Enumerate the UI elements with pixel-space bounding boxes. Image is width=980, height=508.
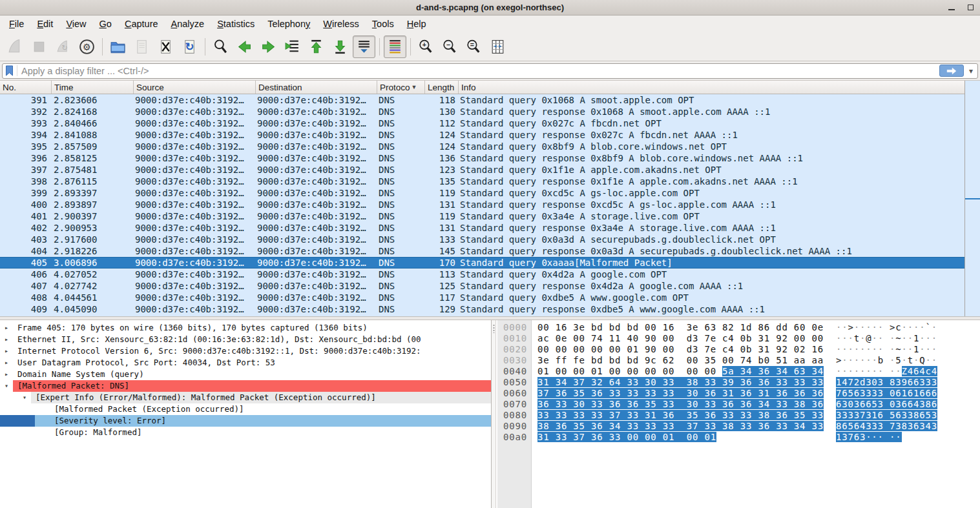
menu-analyze[interactable]: Analyze [165, 17, 211, 32]
display-filter-input[interactable]: Apply a display filter ... <Ctrl-/> ▾ [2, 63, 978, 79]
detail-row[interactable]: ▸Frame 405: 170 bytes on wire (1360 bits… [0, 322, 491, 334]
menu-file[interactable]: File [3, 17, 30, 32]
expand-arrow-icon[interactable]: ▸ [5, 357, 8, 369]
packet-row[interactable]: 4012.9003979000:d37e:c40b:3192…9000:d37e… [0, 210, 964, 222]
column-header-protoco[interactable]: Protoco▼ [377, 81, 425, 94]
column-header-destination[interactable]: Destination [256, 81, 377, 94]
open-file-button[interactable] [107, 36, 129, 58]
column-header-length[interactable]: Length [425, 81, 459, 94]
column-header-source[interactable]: Source [134, 81, 256, 94]
capture-options-button[interactable]: ⚙ [76, 36, 98, 58]
expand-arrow-icon[interactable]: ▸ [5, 369, 8, 380]
column-header-info[interactable]: Info [459, 81, 964, 94]
expand-arrow-icon[interactable]: ▸ [5, 345, 8, 357]
zoom-out-button[interactable]: − [439, 36, 461, 58]
packet-row-selected[interactable]: 4053.0068969000:d37e:c40b:3192…9000:d37e… [0, 257, 964, 269]
hex-ascii: 13763··· ·· [836, 432, 902, 443]
detail-row[interactable]: [Severity level: Error] [0, 415, 491, 427]
cell-source: 9000:d37e:c40b:3192… [134, 258, 256, 268]
hex-row[interactable]: 0010ac 0e 00 74 11 40 90 00 d3 7e c4 0b … [496, 333, 980, 344]
hex-row[interactable]: 006037 36 35 36 33 33 33 33 30 36 31 36 … [496, 388, 980, 399]
cell-time: 2.893397 [52, 187, 134, 199]
hex-row[interactable]: 009038 36 35 36 34 33 33 33 37 33 38 33 … [496, 421, 980, 432]
colorize-button[interactable] [384, 36, 406, 58]
hex-row[interactable]: 00303e ff fe bd bd bd 9c 62 00 35 00 74 … [496, 355, 980, 366]
packet-row[interactable]: 4084.0445619000:d37e:c40b:3192…9000:d37e… [0, 292, 964, 303]
cell-source: 9000:d37e:c40b:3192… [134, 210, 256, 222]
menu-capture[interactable]: Capture [118, 17, 165, 32]
hex-row[interactable]: 005031 34 37 32 64 33 30 33 38 33 39 36 … [496, 377, 980, 388]
packet-row[interactable]: 4022.9009539000:d37e:c40b:3192…9000:d37e… [0, 222, 964, 234]
packet-row[interactable]: 4074.0277429000:d37e:c40b:3192…9000:d37e… [0, 280, 964, 292]
hex-row[interactable]: 00a031 33 37 36 33 00 00 01 00 0113763··… [496, 432, 980, 443]
cell-no: 400 [0, 199, 52, 210]
menu-wireless[interactable]: Wireless [317, 17, 366, 32]
detail-row[interactable]: ▾[Malformed Packet: DNS] [0, 380, 491, 392]
filter-dropdown-caret-icon[interactable]: ▾ [969, 66, 974, 76]
packet-row[interactable]: 3972.8754819000:d37e:c40b:3192…9000:d37e… [0, 164, 964, 176]
packet-row[interactable]: 3912.8236069000:d37e:c40b:3192…9000:d37e… [0, 94, 964, 106]
menu-tools[interactable]: Tools [366, 17, 401, 32]
packet-row[interactable]: 3942.8410889000:d37e:c40b:3192…9000:d37e… [0, 129, 964, 141]
detail-row[interactable]: ▸Domain Name System (query) [0, 369, 491, 380]
detail-row[interactable]: ▾[Expert Info (Error/Malformed): Malform… [0, 392, 491, 403]
packet-row[interactable]: 4094.0450909000:d37e:c40b:3192…9000:d37e… [0, 303, 964, 315]
apply-filter-button[interactable] [939, 65, 964, 77]
packet-row[interactable]: 4042.9182269000:d37e:c40b:3192…9000:d37e… [0, 245, 964, 257]
close-file-button[interactable] [154, 36, 177, 58]
go-back-button[interactable] [233, 36, 256, 58]
go-first-packet-button[interactable] [305, 36, 328, 58]
hex-row[interactable]: 000000 16 3e bd bd bd 00 16 3e 63 82 1d … [496, 322, 980, 333]
cell-time: 2.858125 [52, 152, 134, 164]
go-last-packet-button[interactable] [329, 36, 351, 58]
hex-row[interactable]: 004001 00 00 01 00 00 00 00 00 00 5a 34 … [496, 366, 980, 377]
detail-row[interactable]: ▸Internet Protocol Version 6, Src: 9000:… [0, 345, 491, 357]
hex-row[interactable]: 008033 33 33 33 37 33 31 36 35 36 33 33 … [496, 410, 980, 421]
go-to-packet-button[interactable] [281, 36, 304, 58]
packet-row[interactable]: 3962.8581259000:d37e:c40b:3192…9000:d37e… [0, 152, 964, 164]
hex-offset: 0060 [496, 388, 532, 399]
column-header-no[interactable]: No. [0, 81, 52, 94]
packet-row[interactable]: 3952.8575099000:d37e:c40b:3192…9000:d37e… [0, 141, 964, 152]
packet-row[interactable]: 3992.8933979000:d37e:c40b:3192…9000:d37e… [0, 187, 964, 199]
detail-row[interactable]: [Group: Malformed] [0, 427, 491, 438]
collapse-arrow-icon[interactable]: ▾ [23, 392, 26, 403]
packet-row[interactable]: 4032.9176009000:d37e:c40b:3192…9000:d37e… [0, 234, 964, 245]
bookmark-icon[interactable] [5, 65, 17, 76]
menu-help[interactable]: Help [401, 17, 433, 32]
cell-protocol: DNS [377, 187, 425, 199]
packet-row[interactable]: 3982.8761159000:d37e:c40b:3192…9000:d37e… [0, 176, 964, 187]
detail-row[interactable]: [Malformed Packet (Exception occurred)] [0, 403, 491, 415]
zoom-in-button[interactable]: + [415, 36, 437, 58]
cell-info: Standard query 0x4d2a A google.com OPT [459, 269, 964, 280]
detail-row[interactable]: ▸User Datagram Protocol, Src Port: 40034… [0, 357, 491, 369]
packet-row[interactable]: 3922.8241689000:d37e:c40b:3192…9000:d37e… [0, 106, 964, 117]
save-file-button [130, 36, 153, 58]
column-header-time[interactable]: Time [52, 81, 134, 94]
maximize-button[interactable] [968, 5, 974, 10]
vertical-splitter[interactable] [491, 320, 496, 508]
packet-list-area: No.TimeSourceDestinationProtoco▼LengthIn… [0, 81, 980, 316]
expand-arrow-icon[interactable]: ▸ [5, 322, 8, 334]
intelligent-scrollbar[interactable] [964, 81, 980, 316]
find-packet-button[interactable] [209, 36, 232, 58]
collapse-arrow-icon[interactable]: ▾ [5, 380, 8, 392]
minimize-button[interactable] [948, 9, 955, 10]
reload-file-button[interactable]: ↻ [178, 36, 201, 58]
menu-telephony[interactable]: Telephony [261, 17, 317, 32]
hex-row[interactable]: 002000 00 00 00 00 01 90 00 d3 7e c4 0b … [496, 344, 980, 355]
zoom-reset-button[interactable]: = [463, 36, 485, 58]
go-forward-button[interactable] [257, 36, 280, 58]
packet-row[interactable]: 4002.8938979000:d37e:c40b:3192…9000:d37e… [0, 199, 964, 210]
menu-go[interactable]: Go [93, 17, 118, 32]
resize-columns-button[interactable] [486, 36, 509, 58]
packet-row[interactable]: 3932.8404669000:d37e:c40b:3192…9000:d37e… [0, 117, 964, 129]
detail-row[interactable]: ▸Ethernet II, Src: Xensourc_63:82:1d (00… [0, 334, 491, 345]
auto-scroll-button[interactable] [353, 36, 375, 58]
packet-row[interactable]: 4064.0270529000:d37e:c40b:3192…9000:d37e… [0, 269, 964, 280]
menu-statistics[interactable]: Statistics [211, 17, 261, 32]
menu-view[interactable]: View [59, 17, 92, 32]
expand-arrow-icon[interactable]: ▸ [5, 334, 8, 345]
hex-row[interactable]: 007036 33 30 33 36 36 35 33 30 33 36 36 … [496, 399, 980, 410]
menu-edit[interactable]: Edit [30, 17, 59, 32]
